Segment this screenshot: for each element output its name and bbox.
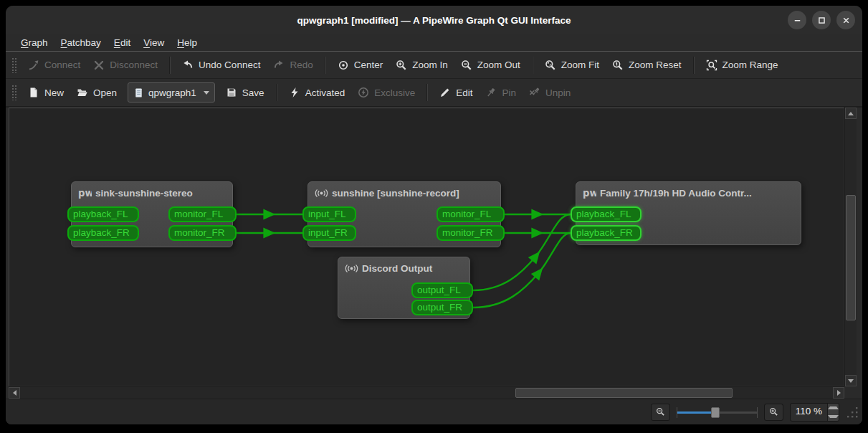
disconnect-button[interactable]: Disconnect xyxy=(87,55,164,75)
port-monitor_FR-out[interactable]: monitor_FR xyxy=(437,225,505,241)
edit-button[interactable]: Edit xyxy=(433,82,479,103)
toolbar-separator xyxy=(693,57,695,74)
pin-x-icon xyxy=(529,87,540,98)
toolbar-handle[interactable] xyxy=(11,85,16,100)
port-monitor_FR-out[interactable]: monitor_FR xyxy=(168,225,237,241)
zoom-out-icon xyxy=(656,407,665,417)
slider-fill xyxy=(677,411,715,414)
zoom-in-button[interactable]: Zoom In xyxy=(389,55,454,75)
canvas-area: pwsink-sunshine-stereoplayback_FLplaybac… xyxy=(6,108,862,399)
node-title: pwFamily 17h/19h HD Audio Contr... xyxy=(576,182,801,199)
port-playback_FR-in[interactable]: playback_FR xyxy=(67,225,139,241)
toolbar-handle[interactable] xyxy=(11,57,16,73)
zoom-slider[interactable] xyxy=(677,404,758,420)
spin-up-button[interactable] xyxy=(828,404,839,412)
toolbar-separator xyxy=(426,84,428,101)
node-title: sunshine [sunshine-record] xyxy=(308,182,500,199)
zoom-in-button[interactable] xyxy=(764,404,783,421)
graph-canvas[interactable]: pwsink-sunshine-stereoplayback_FLplaybac… xyxy=(9,108,844,386)
vertical-scrollbar[interactable] xyxy=(844,108,857,386)
spin-down-button[interactable] xyxy=(828,412,839,421)
button-label: Undo Connect xyxy=(199,60,260,70)
port-input_FR-in[interactable]: input_FR xyxy=(302,225,356,241)
node-title-text: sunshine [sunshine-record] xyxy=(332,188,459,199)
scroll-left-button[interactable] xyxy=(9,387,20,399)
bolt-icon xyxy=(289,87,300,98)
pw-icon: pw xyxy=(583,187,596,199)
menu-graph[interactable]: Graph xyxy=(14,36,54,49)
close-button[interactable] xyxy=(836,11,855,29)
window-title: qpwgraph1 [modified] — A PipeWire Graph … xyxy=(6,15,862,26)
save-button[interactable]: Save xyxy=(219,82,271,103)
button-label: Exclusive xyxy=(374,87,415,98)
scroll-up-button[interactable] xyxy=(845,108,857,119)
open-folder-icon xyxy=(77,87,88,98)
undo-connect-button[interactable]: Undo Connect xyxy=(176,55,267,75)
button-label: Edit xyxy=(456,87,472,98)
new-button[interactable]: New xyxy=(22,82,70,103)
activated-button[interactable]: Activated xyxy=(282,82,352,103)
arrow-right-icon xyxy=(837,390,841,396)
port-monitor_FL-out[interactable]: monitor_FL xyxy=(437,206,505,222)
title-bar[interactable]: qpwgraph1 [modified] — A PipeWire Graph … xyxy=(6,6,862,34)
zoom-out-button[interactable] xyxy=(651,404,670,421)
minimize-button[interactable] xyxy=(788,11,806,29)
menu-help[interactable]: Help xyxy=(171,36,204,49)
menu-edit[interactable]: Edit xyxy=(108,36,137,49)
toolbar-separator xyxy=(325,57,326,74)
zoom-fit-button[interactable]: Zoom Fit xyxy=(538,55,606,75)
node-title: pwsink-sunshine-stereo xyxy=(72,182,232,199)
toolbar-separator xyxy=(169,57,171,74)
vertical-scroll-thumb[interactable] xyxy=(846,195,856,320)
broadcast-icon xyxy=(315,187,328,199)
zoom-value: 110 % xyxy=(791,404,827,421)
center-icon xyxy=(338,60,349,71)
win-close-icon xyxy=(841,15,852,26)
port-playback_FL-in[interactable]: playback_FL xyxy=(571,206,642,222)
pin-button[interactable]: Pin xyxy=(479,82,523,103)
menu-view[interactable]: View xyxy=(137,36,171,49)
open-button[interactable]: Open xyxy=(70,82,123,103)
zoom-out-button[interactable]: Zoom Out xyxy=(454,55,527,75)
exclusive-button[interactable]: Exclusive xyxy=(351,82,421,103)
zoom-spinbox[interactable]: 110 % xyxy=(790,403,839,422)
button-label: Unpin xyxy=(545,87,571,98)
redo-button[interactable]: Redo xyxy=(267,55,319,75)
zoom-reset-button[interactable]: Zoom Reset xyxy=(606,55,688,75)
port-playback_FL-in[interactable]: playback_FL xyxy=(67,206,139,222)
redo-icon xyxy=(273,60,285,71)
patchbay-file-combobox[interactable]: qpwgraph1 xyxy=(128,82,215,103)
maximize-button[interactable] xyxy=(812,11,831,29)
toolbar-separator xyxy=(532,57,533,74)
scroll-down-button[interactable] xyxy=(845,375,857,386)
port-output_FL-out[interactable]: output_FL xyxy=(411,282,473,298)
horizontal-scrollbar[interactable] xyxy=(9,386,844,399)
port-output_FR-out[interactable]: output_FR xyxy=(411,300,473,315)
button-label: Activated xyxy=(305,87,345,98)
toolbar-separator xyxy=(276,84,277,101)
save-icon xyxy=(226,87,237,98)
button-label: Disconnect xyxy=(110,60,158,70)
port-monitor_FL-out[interactable]: monitor_FL xyxy=(168,206,237,222)
pw-icon: pw xyxy=(78,187,92,199)
unpin-button[interactable]: Unpin xyxy=(523,82,577,103)
node-title-text: Discord Output xyxy=(362,263,432,274)
port-playback_FR-in[interactable]: playback_FR xyxy=(571,225,642,241)
center-button[interactable]: Center xyxy=(331,55,390,75)
svg-text:pw: pw xyxy=(583,188,596,199)
button-label: Open xyxy=(93,87,117,98)
spin-up-icon xyxy=(828,406,839,409)
resize-grip[interactable] xyxy=(846,406,859,419)
button-label: Zoom Fit xyxy=(561,60,599,70)
horizontal-scroll-thumb[interactable] xyxy=(515,388,733,398)
scroll-right-button[interactable] xyxy=(833,387,844,399)
button-label: Zoom Reset xyxy=(629,60,682,70)
slider-handle[interactable] xyxy=(711,407,720,418)
button-label: Zoom In xyxy=(412,60,448,70)
port-input_FL-in[interactable]: input_FL xyxy=(302,206,356,222)
connect-icon xyxy=(28,60,39,71)
zoom-range-button[interactable]: Zoom Range xyxy=(700,55,785,75)
connect-button[interactable]: Connect xyxy=(22,55,87,75)
pencil-icon xyxy=(439,87,451,98)
menu-patchbay[interactable]: Patchbay xyxy=(54,36,108,49)
